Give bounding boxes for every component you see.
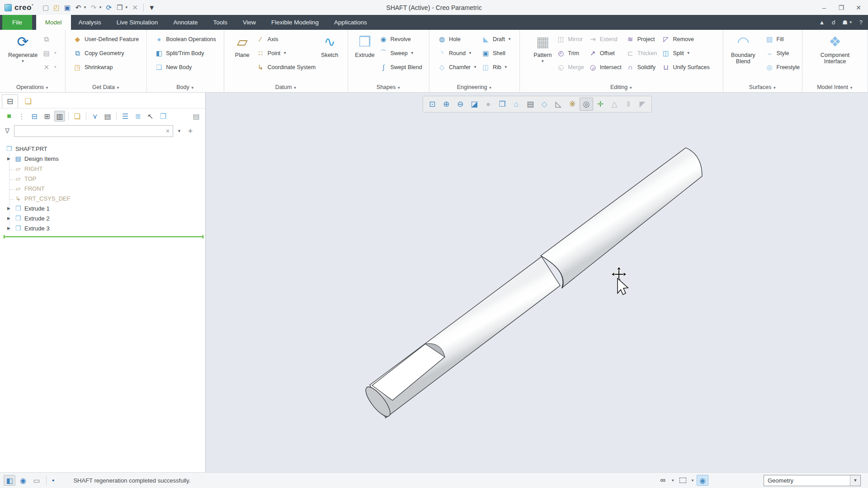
regenerate-small-icon[interactable]: ⟳ [104, 3, 114, 13]
tab-analysis[interactable]: Analysis [71, 15, 109, 30]
tree-item-shaft-prt[interactable]: ❒SHAFT.PRT [0, 144, 205, 154]
search-model-icon[interactable]: ❒ [158, 111, 169, 122]
window-switch-icon[interactable]: ❐ [115, 3, 125, 13]
round-dropdown-icon[interactable]: ▼ [468, 51, 472, 55]
close-button[interactable]: ✕ [852, 2, 865, 14]
copy-geometry-button[interactable]: ⧉Copy Geometry [71, 46, 141, 60]
toggle-navigator-icon[interactable]: ◧ [4, 475, 15, 486]
tree-columns-icon[interactable]: ▥ [54, 111, 65, 122]
tree-item-prt-csys-def[interactable]: ↳PRT_CSYS_DEF [0, 193, 205, 203]
new-file-icon[interactable]: ▢ [41, 3, 51, 13]
round-button[interactable]: ◝Round▼ [435, 46, 479, 60]
group-label-get-data[interactable]: Get Data▼ [66, 84, 146, 90]
tree-item-extrude-2[interactable]: ▶❒Extrude 2 [0, 213, 205, 223]
pattern-dropdown-icon[interactable]: ▼ [541, 59, 544, 63]
tab-file[interactable]: File [2, 15, 32, 30]
help-icon[interactable]: ? [859, 19, 863, 26]
plane-button[interactable]: ▱Plane [231, 32, 254, 59]
expander-icon[interactable]: ▶ [7, 216, 14, 221]
sweep-button[interactable]: ⌒Sweep▼ [377, 46, 424, 60]
group-label-engineering[interactable]: Engineering▼ [429, 84, 519, 90]
tab-applications[interactable]: Applications [326, 15, 375, 30]
expander-icon[interactable]: ▶ [7, 226, 14, 230]
undo-dropdown-icon[interactable]: ▼ [83, 5, 87, 9]
fill-button[interactable]: ▨Fill [763, 32, 802, 46]
select-in-tree-icon[interactable]: ↖ [145, 111, 156, 122]
expand-levels-icon[interactable]: ⊞ [42, 111, 52, 122]
command-search-icon[interactable]: ☌ [831, 19, 835, 26]
tab-tools[interactable]: Tools [205, 15, 235, 30]
offset-button[interactable]: ↗Offset [586, 46, 624, 60]
zoom-out-icon[interactable]: ⊖ [453, 98, 467, 111]
select-box-dropdown-icon[interactable]: ▼ [691, 479, 694, 483]
repaint-icon[interactable]: ◪ [467, 98, 481, 111]
open-file-icon[interactable]: ◰ [52, 3, 61, 13]
selection-filter-dropdown-icon[interactable]: ▼ [850, 475, 860, 486]
tab-model[interactable]: Model [36, 15, 71, 30]
pattern-button[interactable]: ▦Pattern▼ [531, 32, 554, 64]
drag-handle-icon[interactable]: ⋮ [16, 111, 27, 122]
split-trim-body-button[interactable]: ◧Split/Trim Body [152, 46, 218, 60]
find-icon[interactable]: ∞ [657, 475, 669, 486]
shrinkwrap-button[interactable]: ◳Shrinkwrap [71, 60, 141, 74]
expander-icon[interactable]: ▶ [7, 206, 14, 211]
display-style-icon[interactable]: ❒ [495, 98, 509, 111]
layer-tree-icon[interactable]: ≣ [132, 111, 143, 122]
redo-dropdown-icon[interactable]: ▼ [99, 5, 102, 9]
tree-filters-icon[interactable]: ⋎ [90, 111, 100, 122]
group-get-data-dropdown-icon[interactable]: ▼ [116, 86, 120, 90]
solidify-button[interactable]: ∩Solidify [624, 60, 660, 74]
trim-button[interactable]: ◴Trim [554, 46, 586, 60]
freestyle-button[interactable]: ◎Freestyle [763, 60, 802, 74]
group-label-datum[interactable]: Datum▼ [224, 84, 348, 90]
sketch-button[interactable]: ∿Sketch [318, 32, 341, 59]
add-group-icon[interactable]: ❏ [72, 111, 83, 122]
tab-flexible-modeling[interactable]: Flexible Modeling [264, 15, 326, 30]
select-visible-icon[interactable]: ◉ [697, 475, 708, 486]
folder-browser-tab[interactable]: ❏ [20, 94, 36, 108]
minimize-ribbon-icon[interactable]: ▲ [819, 19, 825, 26]
active-part-icon[interactable]: ■ [4, 111, 14, 122]
filter-clear-icon[interactable]: ✕ [165, 128, 173, 134]
filter-add-button[interactable]: + [185, 127, 195, 136]
shading-style-icon[interactable]: ● [481, 98, 495, 111]
tree-filter-input[interactable] [14, 128, 165, 135]
swept-blend-button[interactable]: ∫Swept Blend [377, 60, 424, 74]
view-manager-icon[interactable]: ▤ [524, 98, 537, 111]
component-interface-button[interactable]: ❖Component Interface [812, 32, 858, 66]
point-dropdown-icon[interactable]: ▼ [283, 51, 287, 55]
group-label-shapes[interactable]: Shapes▼ [348, 84, 429, 90]
datum-display-filters-icon[interactable]: ◺ [552, 98, 565, 111]
restore-button[interactable]: ❐ [835, 2, 848, 14]
design-items-view-icon[interactable]: ☰ [120, 111, 131, 122]
new-body-button[interactable]: ❑New Body [152, 60, 218, 74]
graphics-viewport[interactable]: ⊡⊕⊖◪●❒⌂▤◇◺※◎✛△‖◤ [206, 93, 868, 472]
project-button[interactable]: ≋Project [624, 32, 660, 46]
tab-view[interactable]: View [235, 15, 264, 30]
coordinate-system-button[interactable]: ↳Coordinate System [254, 60, 318, 74]
tree-item-top[interactable]: ▱TOP [0, 174, 205, 183]
chamfer-button[interactable]: ◇Chamfer▼ [435, 60, 479, 74]
zoom-in-icon[interactable]: ⊕ [439, 98, 453, 111]
collapse-levels-icon[interactable]: ⊟ [29, 111, 40, 122]
group-datum-dropdown-icon[interactable]: ▼ [293, 86, 297, 90]
select-box-icon[interactable] [677, 475, 689, 486]
tree-item-design-items[interactable]: ▶▤Design Items [0, 154, 205, 164]
rib-dropdown-icon[interactable]: ▼ [504, 65, 508, 69]
filter-dropdown-icon[interactable]: ▼ [175, 129, 183, 133]
tab-annotate[interactable]: Annotate [165, 15, 205, 30]
minimize-button[interactable]: – [817, 2, 831, 14]
tree-item-right[interactable]: ▱RIGHT [0, 164, 205, 174]
tree-info-icon[interactable]: ▤ [191, 111, 202, 122]
spin-center-icon[interactable]: ✛ [594, 98, 607, 111]
saved-orientations-icon[interactable]: ⌂ [509, 98, 523, 111]
group-label-body[interactable]: Body▼ [147, 84, 224, 90]
annotation-display-icon[interactable]: ※ [566, 98, 579, 111]
web-browser-icon[interactable]: ◉ [17, 475, 29, 486]
group-label-surfaces[interactable]: Surfaces▼ [723, 84, 802, 90]
group-operations-dropdown-icon[interactable]: ▼ [45, 86, 49, 90]
blank-panel-icon[interactable]: ▭ [31, 475, 42, 486]
group-label-operations[interactable]: Operations▼ [0, 84, 65, 90]
selection-filter-combo[interactable]: Geometry ▼ [764, 475, 861, 486]
save-icon[interactable]: ▣ [62, 3, 72, 13]
